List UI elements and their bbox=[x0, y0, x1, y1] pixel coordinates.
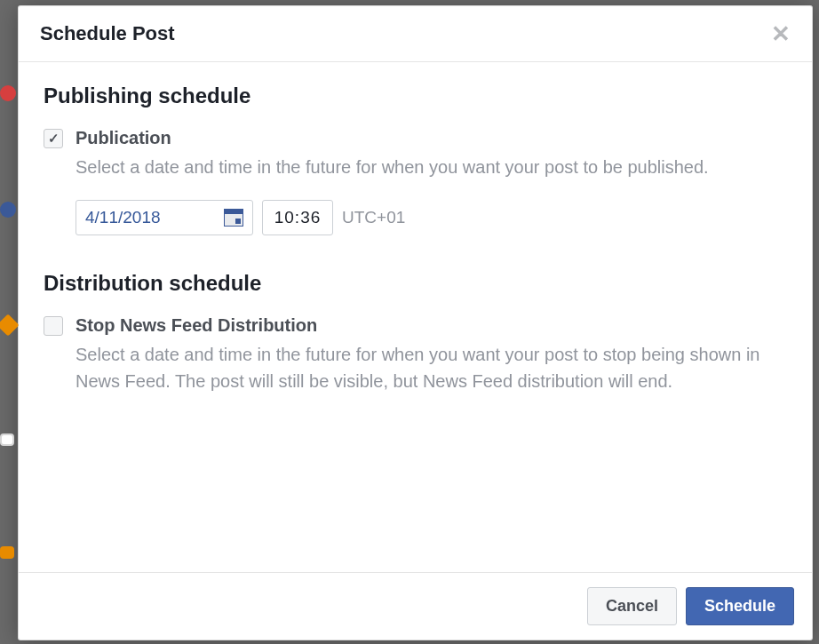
time-input[interactable]: 10:36 bbox=[262, 200, 333, 235]
distribution-option: Stop News Feed Distribution bbox=[44, 315, 787, 336]
date-value: 4/11/2018 bbox=[85, 208, 161, 227]
background-strip bbox=[0, 0, 18, 644]
publication-label: Publication bbox=[76, 128, 171, 148]
distribution-description: Select a date and time in the future for… bbox=[76, 341, 787, 394]
close-icon[interactable]: ✕ bbox=[771, 22, 791, 45]
dialog-footer: Cancel Schedule bbox=[19, 572, 812, 640]
cancel-button[interactable]: Cancel bbox=[587, 587, 677, 625]
timezone-label: UTC+01 bbox=[342, 208, 405, 227]
publication-checkbox[interactable] bbox=[44, 129, 63, 148]
schedule-button[interactable]: Schedule bbox=[686, 587, 794, 625]
dialog-title: Schedule Post bbox=[40, 22, 175, 45]
publication-datetime-row: 4/11/2018 10:36 UTC+01 bbox=[76, 200, 787, 235]
publication-description: Select a date and time in the future for… bbox=[76, 154, 787, 180]
distribution-label: Stop News Feed Distribution bbox=[76, 315, 317, 336]
distribution-heading: Distribution schedule bbox=[44, 271, 787, 296]
date-input[interactable]: 4/11/2018 bbox=[76, 200, 253, 235]
distribution-checkbox[interactable] bbox=[44, 316, 63, 336]
time-value: 10:36 bbox=[274, 208, 322, 227]
publishing-heading: Publishing schedule bbox=[44, 83, 787, 108]
dialog-header: Schedule Post ✕ bbox=[19, 6, 812, 62]
publication-option: Publication bbox=[44, 128, 787, 148]
schedule-post-dialog: Schedule Post ✕ Publishing schedule Publ… bbox=[18, 5, 813, 640]
calendar-icon bbox=[224, 209, 243, 227]
dialog-body: Publishing schedule Publication Select a… bbox=[19, 62, 812, 572]
